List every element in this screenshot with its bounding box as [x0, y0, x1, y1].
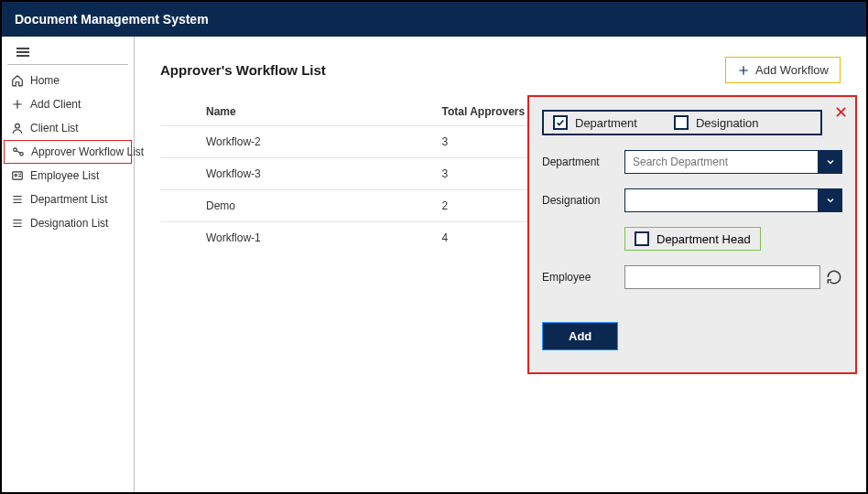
sidebar-item-label: Employee List [30, 169, 99, 182]
list-icon [11, 193, 24, 206]
sidebar: Home Add Client Client List Approver Wor… [2, 37, 135, 492]
sidebar-item-designation-list[interactable]: Designation List [2, 211, 134, 235]
home-icon [11, 74, 24, 87]
add-workflow-popup: ✕ Department Designation Department [527, 95, 857, 374]
sidebar-item-approver-workflow-list[interactable]: Approver Workflow List [4, 140, 132, 164]
plus-icon [11, 98, 24, 111]
svg-point-0 [16, 124, 20, 128]
department-checkbox[interactable]: Department [553, 115, 637, 130]
sidebar-item-add-client[interactable]: Add Client [2, 92, 134, 116]
designation-checkbox[interactable]: Designation [674, 115, 759, 130]
employee-input[interactable] [624, 265, 820, 289]
cell-name: Workflow-1 [160, 222, 433, 254]
checkbox-label: Designation [696, 116, 759, 130]
svg-point-4 [15, 174, 16, 176]
checkbox-unchecked-icon [635, 231, 649, 246]
sidebar-item-label: Approver Workflow List [31, 145, 144, 158]
designation-select[interactable] [624, 188, 819, 212]
topbar: Document Management System [2, 2, 866, 37]
designation-label: Designation [542, 194, 624, 207]
main-content: Approver's Workflow List Add Workflow Na… [135, 37, 866, 492]
app-title: Document Management System [15, 12, 209, 27]
department-head-checkbox[interactable]: Department Head [624, 227, 761, 251]
sidebar-item-label: Department List [30, 193, 108, 206]
chevron-down-icon[interactable] [819, 188, 842, 212]
hamburger-icon[interactable] [7, 42, 128, 65]
cell-name: Workflow-3 [160, 158, 433, 190]
person-icon [11, 122, 24, 134]
sidebar-item-department-list[interactable]: Department List [2, 188, 134, 211]
sidebar-item-label: Home [30, 74, 60, 87]
add-workflow-button[interactable]: Add Workflow [725, 57, 841, 83]
checkbox-unchecked-icon [674, 115, 689, 130]
cell-name: Workflow-2 [160, 126, 433, 158]
chevron-down-icon[interactable] [819, 150, 842, 174]
page-title: Approver's Workflow List [160, 62, 326, 78]
checkbox-label: Department [575, 116, 637, 130]
list-icon [11, 217, 24, 230]
close-icon[interactable]: ✕ [834, 102, 848, 123]
refresh-icon[interactable] [826, 269, 842, 285]
plus-icon [737, 64, 750, 77]
id-card-icon [11, 169, 24, 182]
checkbox-checked-icon [553, 115, 568, 130]
sidebar-item-label: Add Client [30, 98, 81, 111]
sidebar-item-client-list[interactable]: Client List [2, 116, 134, 140]
workflow-icon [12, 145, 25, 158]
add-workflow-label: Add Workflow [755, 63, 829, 77]
sidebar-item-employee-list[interactable]: Employee List [2, 164, 134, 188]
col-name: Name [160, 98, 433, 126]
sidebar-item-label: Designation List [30, 217, 108, 230]
add-button[interactable]: Add [543, 323, 617, 349]
sidebar-item-label: Client List [30, 122, 79, 134]
department-select[interactable] [624, 150, 819, 174]
cell-name: Demo [160, 190, 433, 222]
department-label: Department [542, 156, 624, 168]
sidebar-item-home[interactable]: Home [2, 69, 134, 92]
employee-label: Employee [542, 271, 624, 284]
checkbox-label: Department Head [656, 232, 751, 246]
filter-group: Department Designation [542, 110, 822, 135]
